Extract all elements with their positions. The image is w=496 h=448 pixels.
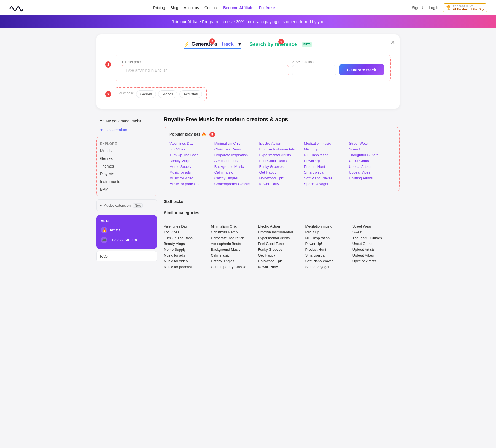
similar-link[interactable]: Feel Good Tunes [258,241,305,247]
playlist-link[interactable]: Feel Good Tunes [259,158,304,164]
playlist-link[interactable]: Product Hunt [304,164,349,169]
similar-link[interactable]: Christmas Remix [211,229,258,235]
sidebar-item-genres[interactable]: Genres [97,155,157,162]
similar-link[interactable]: Hollywood Epic [258,258,305,264]
similar-link[interactable]: Experimental Artists [258,235,305,241]
similar-link[interactable]: Music for ads [164,252,211,258]
similar-link[interactable]: Lofi Vibes [164,229,211,235]
similar-link[interactable]: Street Wear [352,223,400,229]
product-hunt-badge[interactable]: 🏆 PRODUCT HUNT #1 Product of the Day [443,3,487,12]
prompt-input[interactable] [122,65,289,75]
nav-affiliate[interactable]: Become Affiliate [223,6,253,10]
sidebar-item-playlists[interactable]: Playlists [97,170,157,178]
similar-link[interactable]: Electro Action [258,223,305,229]
close-button[interactable]: ✕ [390,39,395,45]
go-premium-item[interactable]: ★ Go Premium [96,126,157,134]
playlist-link[interactable]: Street Wear [349,141,394,146]
playlist-link[interactable]: Emotive Instrumentals [259,146,304,152]
playlist-link[interactable]: Valentines Day [169,141,214,146]
similar-link[interactable]: Space Voyager [305,264,352,270]
similar-link[interactable]: NFT Inspiration [305,235,352,241]
nav-login[interactable]: Log In [429,6,440,10]
sidebar-item-bpm[interactable]: BPM [97,185,157,193]
similar-link[interactable]: Catchy Jingles [211,258,258,264]
similar-link[interactable]: Soft Piano Waves [305,258,352,264]
playlist-link[interactable]: Kawaii Party [259,181,304,187]
sidebar-item-endless-stream[interactable]: 🎮 Endless Stream [101,235,153,245]
similar-link[interactable]: Music for video [164,258,211,264]
sidebar-item-moods[interactable]: Moods [97,147,157,155]
affiliate-banner[interactable]: Join our Affiliate Program - receive 30%… [0,15,496,28]
similar-link[interactable]: Meme Supply [164,247,211,252]
playlist-link[interactable]: Upbeat Artists [349,164,394,169]
playlist-link[interactable]: Corporate Inspiration [214,152,259,158]
playlist-link[interactable]: Christmas Remix [214,146,259,152]
nav-blog[interactable]: Blog [171,6,178,10]
duration-input[interactable]: 00:45 [292,65,336,75]
playlist-link[interactable]: Get Happy [259,169,304,175]
similar-link[interactable]: Thoughtful Guitars [352,235,400,241]
similar-link[interactable]: Uncut Gems [352,241,400,247]
sidebar-faq[interactable]: FAQ [96,251,157,261]
playlist-link[interactable]: Funky Grooves [259,164,304,169]
similar-link[interactable]: Contemporary Classic [211,264,258,270]
similar-link[interactable]: Get Happy [258,252,305,258]
playlist-link[interactable]: Minimalism Chic [214,141,259,146]
playlist-link[interactable]: Calm music [214,169,259,175]
similar-link[interactable]: Upbeat Artists [352,247,400,252]
nav-for-artists[interactable]: For Artists [259,6,276,10]
playlist-link[interactable]: Uplifting Artists [349,175,394,181]
similar-link[interactable]: Mix It Up [305,229,352,235]
my-tracks-item[interactable]: 〜 My generated tracks [96,116,157,126]
sidebar-item-instruments[interactable]: Instruments [97,178,157,185]
nav-contact[interactable]: Contact [204,6,218,10]
playlist-link[interactable]: Music for ads [169,169,214,175]
moods-pill[interactable]: Moods [158,90,177,98]
sidebar-item-themes[interactable]: Themes [97,162,157,170]
similar-link[interactable]: Beauty Vlogs [164,241,211,247]
playlist-link[interactable]: NFT Inspiration [304,152,349,158]
genres-pill[interactable]: Genres [136,90,156,98]
similar-link[interactable]: Smartronica [305,252,352,258]
playlist-link[interactable]: Upbeat Vibes [349,169,394,175]
playlist-link[interactable]: Atmospheric Beats [214,158,259,164]
similar-link[interactable]: Kawaii Party [258,264,305,270]
playlist-link[interactable]: Meditation music [304,141,349,146]
playlist-link[interactable]: Mix It Up [304,146,349,152]
playlist-link[interactable]: Meme Supply [169,164,214,169]
playlist-link[interactable]: Lofi Vibes [169,146,214,152]
similar-link[interactable]: Power Up! [305,241,352,247]
similar-link[interactable]: Calm music [211,252,258,258]
similar-link[interactable]: Atmospheric Beats [211,241,258,247]
playlist-link[interactable]: Music for podcasts [169,181,214,187]
playlist-link[interactable]: Experimental Artists [259,152,304,158]
playlist-link[interactable]: Catchy Jingles [214,175,259,181]
playlist-link[interactable]: Contemporary Classic [214,181,259,187]
similar-link[interactable]: Product Hunt [305,247,352,252]
similar-link[interactable]: Emotive Instrumentals [258,229,305,235]
generate-button[interactable]: Generate track [339,64,384,75]
playlist-link[interactable]: Smartronica [304,169,349,175]
similar-link[interactable]: Funky Grooves [258,247,305,252]
playlist-link[interactable]: Thoughtful Guitars [349,152,394,158]
playlist-link[interactable]: Sweat! [349,146,394,152]
nav-pricing[interactable]: Pricing [153,6,165,10]
playlist-link[interactable]: Background Music [214,164,259,169]
playlist-link[interactable]: Beauty Vlogs [169,158,214,164]
playlist-link[interactable]: Uncut Gems [349,158,394,164]
similar-link[interactable]: Corporate Inspiration [211,235,258,241]
adobe-extension[interactable]: ▪ Adobe extension New [96,199,157,211]
similar-link[interactable]: Meditation music [305,223,352,229]
playlist-link[interactable]: Hollywood Epic [259,175,304,181]
similar-link[interactable]: Background Music [211,247,258,252]
similar-link[interactable]: Turn Up The Bass [164,235,211,241]
similar-link[interactable]: Valentines Day [164,223,211,229]
playlist-link[interactable]: Soft Piano Waves [304,175,349,181]
playlist-link[interactable]: Space Voyager [304,181,349,187]
playlist-link[interactable]: Turn Up The Bass [169,152,214,158]
similar-link[interactable]: Minimalism Chic [211,223,258,229]
logo[interactable] [9,4,24,12]
playlist-link[interactable]: Music for video [169,175,214,181]
similar-link[interactable]: Uplifting Artists [352,258,400,264]
similar-link[interactable]: Sweat! [352,229,400,235]
